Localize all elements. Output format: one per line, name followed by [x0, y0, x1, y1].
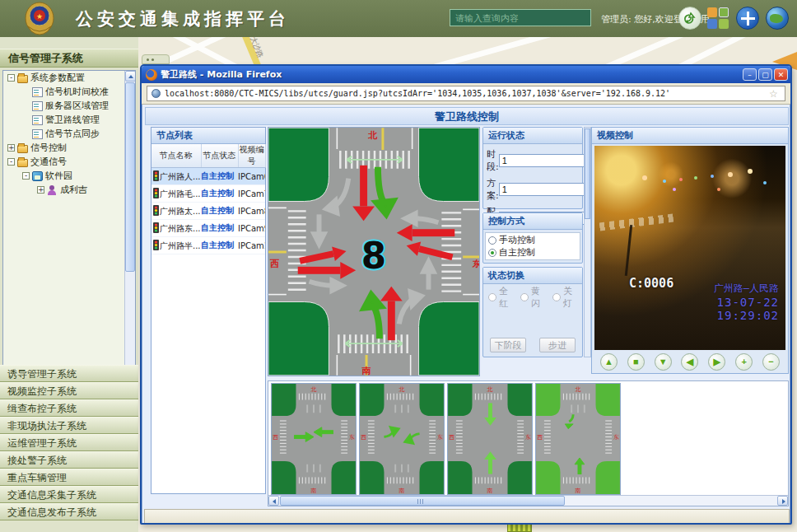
phase-thumbnail-4[interactable]: 北 南 西 东 — [535, 383, 621, 495]
expander-icon[interactable]: - — [7, 74, 15, 82]
node-status-link[interactable]: 自主控制 — [201, 168, 238, 185]
maximize-button[interactable]: ▢ — [758, 68, 772, 81]
sidebar-item-video-surveillance[interactable]: 视频监控子系统 — [0, 382, 138, 399]
radio-icon[interactable] — [488, 236, 496, 245]
screen: ★ 公安交通集成指挥平台 管理员: 您好,欢迎登陆使用 大沙路 — [0, 0, 797, 532]
radio-icon[interactable] — [488, 293, 496, 301]
radio-icon[interactable] — [552, 293, 561, 301]
lights-off-radio[interactable]: 关灯 — [552, 291, 577, 303]
tree-item-signal-time-calibration[interactable]: 信号机时间校准 — [3, 85, 135, 99]
video-feed[interactable]: C:0006 广州路—人民路 13-07-22 19:29:02 — [594, 146, 785, 350]
recycle-icon[interactable] — [678, 7, 701, 30]
minimize-button[interactable]: – — [743, 68, 757, 81]
left-arrow-icon: ◀ — [687, 357, 693, 366]
collapsed-panel-handle[interactable] — [142, 54, 170, 64]
node-status-link[interactable]: 自主控制 — [201, 237, 238, 254]
scrollbar-thumb[interactable] — [280, 496, 565, 506]
tree-item-signal-control[interactable]: +信号控制 — [3, 141, 135, 155]
app-grid-icon[interactable] — [706, 7, 729, 30]
scroll-right-icon[interactable] — [777, 496, 788, 506]
scrollbar-thumb[interactable] — [585, 128, 590, 219]
tree-item-software-park[interactable]: -软件园 — [3, 169, 135, 183]
intersection-diagram[interactable]: 8 8 北 东 西 南 — [268, 127, 480, 376]
tree-item-signal-node-sync[interactable]: 信号节点同步 — [3, 127, 135, 141]
horizontal-scrollbar[interactable] — [268, 495, 788, 506]
table-row[interactable]: 广州路半... 自主控制 IPCam10 — [151, 237, 265, 254]
down-arrow-icon: ▼ — [659, 357, 668, 366]
scroll-up-icon[interactable] — [125, 71, 136, 82]
svg-text:北: 北 — [576, 386, 581, 393]
radio-selected-icon[interactable] — [488, 249, 496, 257]
tree-scrollbar[interactable] — [124, 71, 135, 395]
expander-icon[interactable]: + — [7, 144, 15, 152]
svg-text:北: 北 — [487, 386, 493, 393]
sidebar-item-guidance-mgmt[interactable]: 诱导管理子系统 — [0, 365, 138, 382]
node-status-link[interactable]: 自主控制 — [201, 185, 238, 203]
sidebar-item-key-vehicle-mgmt[interactable]: 重点车辆管理 — [0, 469, 138, 486]
step-button[interactable]: 步进 — [539, 338, 576, 352]
bookmark-star-icon[interactable]: ☆ — [769, 88, 781, 100]
firefox-icon — [146, 69, 157, 81]
document-icon — [32, 115, 43, 125]
sidebar-item-checkpoint-control[interactable]: 缉查布控子系统 — [0, 399, 138, 417]
ptz-right-button[interactable]: ▶ — [708, 353, 725, 371]
control-mode-panel: 控制方式 手动控制 自主控制 — [482, 212, 583, 264]
sidebar-item-traffic-info-collection[interactable]: 交通信息采集子系统 — [0, 486, 138, 503]
expander-icon[interactable]: + — [37, 186, 44, 194]
ptz-zoom-in-button[interactable]: + — [735, 353, 753, 371]
table-row[interactable]: 广州路毛... 自主控制 IPCam7 — [151, 185, 265, 203]
tree-item-traffic-signal[interactable]: -交通信号 — [3, 155, 135, 169]
scroll-left-icon[interactable] — [268, 496, 279, 506]
add-icon[interactable] — [736, 7, 759, 30]
auto-control-radio[interactable]: 自主控制 — [488, 246, 577, 259]
phase-thumbnail-3[interactable]: 北 南 西 东 — [447, 383, 533, 495]
close-button[interactable]: ✕ — [774, 68, 788, 81]
ptz-stop-button[interactable]: ■ — [627, 353, 645, 371]
ptz-left-button[interactable]: ◀ — [681, 353, 698, 371]
traffic-light-icon — [153, 170, 159, 181]
tree-item-chengliji[interactable]: +成利吉 — [3, 183, 135, 197]
label-south: 南 — [361, 366, 371, 376]
sidebar-item-alarm-dispatch[interactable]: 接处警子系统 — [0, 451, 138, 469]
phase-thumbnail-2[interactable]: 北 南 西 东 — [359, 383, 445, 495]
label-east: 东 — [472, 259, 479, 269]
expander-icon[interactable]: - — [7, 158, 15, 166]
svg-text:南: 南 — [487, 488, 493, 494]
tree-item-server-region-mgmt[interactable]: 服务器区域管理 — [3, 99, 135, 113]
address-field[interactable]: localhost:8080/CTC-MICS/libs/utcs/guard.… — [147, 86, 785, 101]
search-input[interactable] — [450, 9, 591, 26]
table-row[interactable]: 广州路人... 自主控制 IPCam6 — [151, 168, 265, 185]
node-status-link[interactable]: 自主控制 — [201, 220, 238, 237]
right-arrow-icon: ▶ — [714, 357, 720, 366]
table-row[interactable]: 广州路东... 自主控制 IPCam9 — [151, 220, 265, 237]
tree-item-guard-route-mgmt[interactable]: 警卫路线管理 — [3, 113, 135, 127]
ptz-down-button[interactable]: ▼ — [655, 353, 672, 371]
sidebar-item-traffic-info-publish[interactable]: 交通信息发布子系统 — [0, 503, 138, 520]
globe-icon[interactable] — [766, 7, 789, 30]
sidebar-item-offsite-enforcement[interactable]: 非现场执法子系统 — [0, 417, 138, 434]
window-titlebar[interactable]: 警卫路线 - Mozilla Firefox – ▢ ✕ — [142, 66, 790, 83]
radio-icon[interactable] — [520, 293, 529, 301]
ptz-zoom-out-button[interactable]: − — [762, 353, 780, 371]
scrollbar-thumb[interactable] — [125, 82, 135, 272]
yellow-flash-radio[interactable]: 黄闪 — [520, 291, 545, 303]
col-node-name[interactable]: 节点名称 — [151, 144, 201, 168]
sidebar-item-ops-maintenance[interactable]: 运维管理子系统 — [0, 434, 138, 451]
manual-control-radio[interactable]: 手动控制 — [488, 234, 577, 246]
vertical-scrollbar[interactable] — [584, 127, 591, 357]
col-video-id[interactable]: 视频编号 — [238, 144, 265, 168]
site-icon — [151, 89, 161, 98]
tree-item-system-params[interactable]: -系统参数配置 — [3, 71, 135, 85]
phase-thumbnail-1[interactable]: 北 南 西 东 — [271, 383, 357, 495]
page-content: 警卫路线控制 节点列表 节点名称 节点状态 视频编号 广州路人... 自主控制 … — [142, 105, 790, 525]
app-header: ★ 公安交通集成指挥平台 管理员: 您好,欢迎登陆使用 — [0, 0, 797, 37]
col-node-status[interactable]: 节点状态 — [201, 144, 238, 168]
expander-icon[interactable]: - — [22, 172, 30, 180]
ptz-up-button[interactable]: ▲ — [600, 353, 618, 371]
url-text[interactable]: localhost:8080/CTC-MICS/libs/utcs/guard.… — [165, 89, 670, 98]
phase-number: 8 — [361, 235, 386, 277]
table-row[interactable]: 广州路太... 自主控制 IPCam8 — [151, 203, 265, 220]
next-stage-button[interactable]: 下阶段 — [490, 338, 526, 352]
node-status-link[interactable]: 自主控制 — [201, 203, 238, 220]
all-red-radio[interactable]: 全红 — [488, 291, 513, 303]
